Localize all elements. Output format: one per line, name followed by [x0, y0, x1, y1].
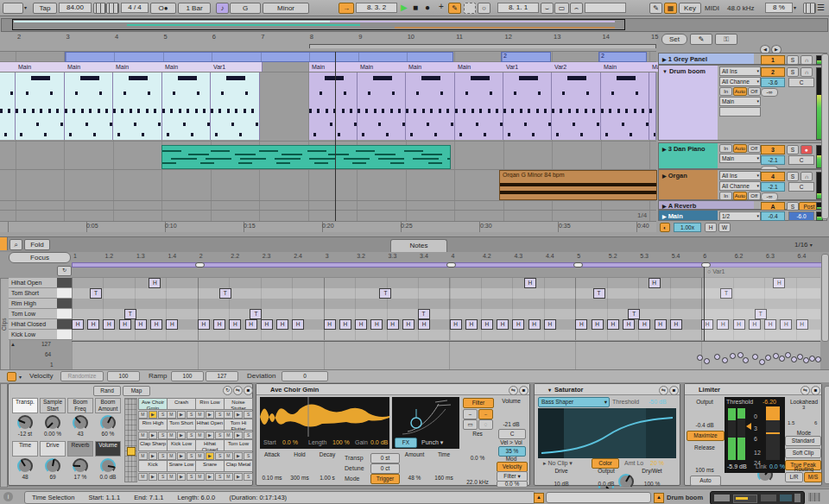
- filter-type-highpass[interactable]: ⌣: [478, 409, 493, 419]
- drum-note[interactable]: H: [370, 319, 383, 330]
- pad-play-button[interactable]: ▶: [177, 411, 187, 419]
- loop-switch-icon[interactable]: ▭: [554, 3, 569, 14]
- play-button[interactable]: ▶: [401, 3, 408, 12]
- tempo-field[interactable]: 84.00: [59, 3, 92, 13]
- focus-button[interactable]: Focus: [9, 252, 71, 263]
- fx-toggle[interactable]: FX: [395, 438, 417, 448]
- fold-icon[interactable]: ▶: [662, 147, 667, 152]
- macro-dial[interactable]: [100, 415, 116, 431]
- ramp-start-field[interactable]: 100: [171, 371, 204, 381]
- hot-swap-icon[interactable]: ⇆: [233, 386, 243, 395]
- monitor-off-button[interactable]: Off: [748, 87, 761, 96]
- key-root-menu[interactable]: G: [230, 3, 261, 14]
- drum-note[interactable]: H: [387, 319, 399, 330]
- drum-pad[interactable]: Tom Hi FlutterM▶S: [224, 419, 253, 438]
- pad-play-button[interactable]: ▶: [234, 432, 244, 439]
- pad-mute-button[interactable]: M: [138, 432, 148, 439]
- drum-note[interactable]: T: [250, 309, 262, 319]
- pad-play-button[interactable]: ▶: [149, 473, 158, 481]
- show-hide-info-button[interactable]: ▲: [534, 493, 544, 503]
- clip-name-bar[interactable]: Main: [358, 62, 408, 72]
- drum-note[interactable]: H: [497, 319, 509, 330]
- filter-toggle[interactable]: Filter: [463, 398, 494, 408]
- midi-clip-body[interactable]: [552, 72, 601, 140]
- fx-display[interactable]: FX Punch ▾: [392, 397, 459, 449]
- save-preset-icon[interactable]: ■: [811, 386, 820, 395]
- arrangement-time-ruler[interactable]: 0:050:100:150:200:250:300:350:40: [0, 221, 656, 232]
- drum-pad[interactable]: Clap SharpM▶S: [138, 439, 168, 459]
- locator-segment[interactable]: 2: [598, 52, 647, 62]
- arrangement-vertical-scrollbar[interactable]: [821, 54, 829, 219]
- tab-notes[interactable]: Notes: [390, 239, 447, 253]
- drum-pad[interactable]: Hihat OpenM▶S: [195, 419, 225, 438]
- monitor-auto-button[interactable]: Auto: [733, 192, 746, 200]
- width-zoom-button[interactable]: W: [718, 223, 731, 232]
- midi-clip-body[interactable]: [0, 72, 16, 140]
- save-preset-icon[interactable]: ■: [244, 386, 253, 395]
- macro-dial[interactable]: [45, 415, 60, 431]
- arrangement-ruler[interactable]: 23456789101112131415: [0, 32, 656, 52]
- macro-dial[interactable]: [17, 415, 33, 431]
- solo-button[interactable]: S: [787, 67, 799, 77]
- drum-note[interactable]: T: [755, 309, 767, 319]
- clip-name-bar[interactable]: Main: [162, 62, 213, 72]
- mode-trigger-button[interactable]: Trigger: [370, 474, 400, 484]
- pad-mute-button[interactable]: M: [224, 411, 233, 419]
- cpu-meter[interactable]: 8 %: [765, 3, 793, 13]
- drum-row-lane[interactable]: TTTTT: [72, 288, 820, 299]
- locator-segment[interactable]: 2: [501, 52, 551, 62]
- clip-name-bar[interactable]: Main: [16, 62, 67, 72]
- punch-out-icon[interactable]: ⌢: [570, 3, 583, 14]
- hot-swap-icon[interactable]: ⇆: [509, 386, 518, 395]
- pad-play-button[interactable]: ▶: [149, 411, 158, 419]
- pad-mute-button[interactable]: M: [195, 432, 205, 439]
- track-name-drum-boom[interactable]: ▼Drum boom: [659, 66, 718, 140]
- drum-row-label[interactable]: Hihat Open: [9, 278, 60, 288]
- link-value[interactable]: 0.0 %: [769, 463, 785, 469]
- pad-mute-button[interactable]: M: [167, 432, 176, 439]
- device-vertical-scrollbar[interactable]: [824, 386, 829, 484]
- show-hide-chain-button[interactable]: ▲: [654, 493, 664, 503]
- macro-knob-cell[interactable]: Volume0.0 dB: [95, 441, 121, 480]
- clip-name-bar[interactable]: Main: [455, 62, 506, 72]
- drum-row-key[interactable]: [57, 319, 73, 330]
- midi-clip-body[interactable]: [649, 72, 656, 140]
- headphone-cue-icon[interactable]: ∩: [801, 172, 813, 181]
- device-title[interactable]: ▾ Saturator: [535, 384, 680, 395]
- freq-value[interactable]: 22.0 kHz: [461, 479, 494, 485]
- monitor-auto-button[interactable]: Auto: [733, 144, 746, 153]
- arrangement-tracks-area[interactable]: 22 MainMainMainMainVar1MainMainMainMainV…: [0, 52, 656, 221]
- headphone-cue-icon[interactable]: ∩: [801, 67, 813, 77]
- pad-play-button[interactable]: ▶: [206, 452, 215, 460]
- drum-note[interactable]: T: [219, 288, 231, 299]
- key-map-button[interactable]: Key: [679, 3, 701, 14]
- drum-note[interactable]: H: [276, 319, 288, 330]
- pan-field[interactable]: C: [788, 182, 814, 192]
- fx-mode-select[interactable]: Punch ▾: [421, 439, 443, 446]
- macro-knob-cell[interactable]: Sample Start0.00 %: [40, 398, 66, 437]
- fold-icon[interactable]: ▶: [662, 204, 667, 209]
- editor-vertical-scrollbar[interactable]: [821, 254, 829, 342]
- capture-midi-button[interactable]: ○: [478, 3, 490, 14]
- track-header-dan-piano[interactable]: ▶3 Dan Piano In Auto Off Main▾ 3 S ● -2.…: [658, 142, 827, 169]
- midi-clip-body[interactable]: [601, 72, 649, 140]
- attack-value[interactable]: 0.10 ms: [258, 475, 286, 481]
- drum-note[interactable]: H: [213, 319, 225, 330]
- track-name-main[interactable]: ▶Main: [659, 211, 718, 220]
- midi-clip-body[interactable]: [406, 72, 455, 140]
- drum-note[interactable]: H: [623, 319, 635, 330]
- drum-pad[interactable]: Clap MetalM▶S: [224, 460, 253, 480]
- drum-note[interactable]: T: [720, 288, 732, 299]
- locator-segment[interactable]: [65, 52, 453, 62]
- hold-value[interactable]: 300 ms: [286, 475, 313, 481]
- clip-name-bar[interactable]: Main: [113, 62, 165, 72]
- drum-row-label[interactable]: Rim High: [9, 299, 60, 309]
- monitor-in-button[interactable]: In: [719, 87, 732, 96]
- pad-mute-button[interactable]: M: [195, 411, 205, 419]
- track-number-badge[interactable]: 3: [761, 145, 785, 154]
- piano-track-lane[interactable]: [0, 142, 656, 170]
- editor-marker-row[interactable]: ○ Var1: [72, 267, 820, 278]
- macro-knob-cell[interactable]: Boom Freq43: [67, 398, 93, 437]
- drum-row-key[interactable]: [57, 288, 73, 299]
- drum-note[interactable]: H: [773, 278, 785, 288]
